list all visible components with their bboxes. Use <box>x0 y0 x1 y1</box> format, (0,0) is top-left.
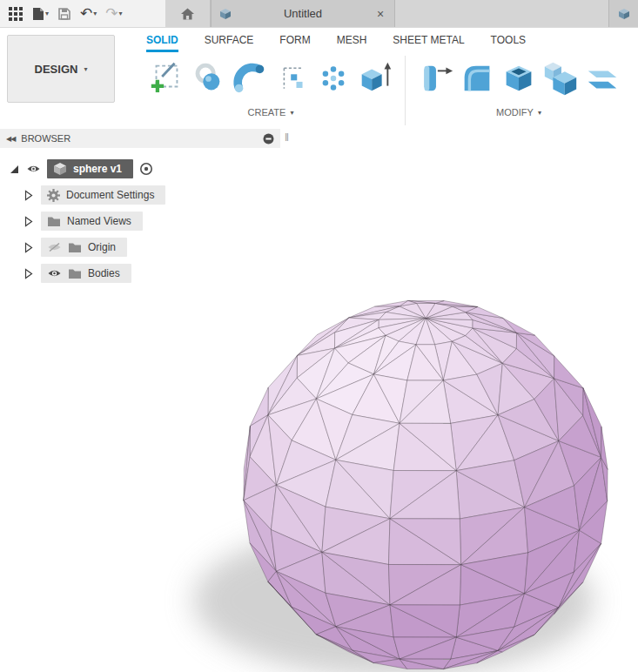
create-group-label[interactable]: CREATE ▾ <box>248 104 294 120</box>
browser-row-root[interactable]: sphere v1 <box>0 157 280 181</box>
offset-plates-icon[interactable] <box>582 55 622 102</box>
fillet-icon[interactable] <box>457 55 497 102</box>
browser-row-document-settings[interactable]: Document Settings <box>0 183 280 207</box>
home-tab[interactable] <box>165 0 211 27</box>
expanded-triangle-icon[interactable] <box>9 164 20 175</box>
collapsed-triangle-icon[interactable] <box>23 190 34 201</box>
home-icon <box>180 7 195 21</box>
browser-title: BROWSER <box>21 133 257 144</box>
fusion360-window: ▾ ↶ ▾ ↷ ▾ <box>0 0 638 672</box>
shell-icon[interactable] <box>499 55 539 102</box>
ribbon-main: SOLID SURFACE FORM MESH SHEET METAL TOOL… <box>146 28 638 129</box>
visibility-eye-icon[interactable] <box>26 164 41 174</box>
modify-group-icons <box>415 52 622 104</box>
browser-row-named-views[interactable]: Named Views <box>0 209 280 233</box>
document-tab-label: Untitled <box>238 7 368 20</box>
points-icon[interactable] <box>313 55 353 102</box>
undo-caret-icon: ▾ <box>93 10 97 17</box>
node-label: Document Settings <box>66 189 154 201</box>
ribbon-tab-bar: SOLID SURFACE FORM MESH SHEET METAL TOOL… <box>146 28 638 52</box>
visibility-eye-icon[interactable] <box>47 268 62 279</box>
create-group-icons <box>146 52 395 104</box>
node-chip[interactable]: Named Views <box>41 212 143 231</box>
undo-icon[interactable]: ↶ ▾ <box>78 3 98 25</box>
tab-solid[interactable]: SOLID <box>146 34 178 52</box>
ribbon-toolbar: DESIGN ▾ SOLID SURFACE FORM MESH SHEET M… <box>0 28 638 129</box>
save-icon[interactable] <box>56 3 73 25</box>
tab-mesh[interactable]: MESH <box>337 34 367 52</box>
ribbon-groups: CREATE ▾ <box>146 52 638 129</box>
tab-form[interactable]: FORM <box>279 34 310 52</box>
browser-tree: sphere v1 <box>0 148 280 286</box>
node-chip[interactable]: Document Settings <box>41 185 165 205</box>
node-chip[interactable]: Origin <box>41 238 127 257</box>
workspace-caret-icon: ▾ <box>84 65 87 73</box>
modify-group-label[interactable]: MODIFY ▾ <box>496 104 541 120</box>
browser-row-bodies[interactable]: Bodies <box>0 261 280 286</box>
folder-icon <box>68 242 82 253</box>
design-file-icon <box>218 7 232 21</box>
document-tab-untitled[interactable]: Untitled × <box>211 0 395 27</box>
combine-icon[interactable] <box>541 55 581 102</box>
folder-icon <box>47 216 61 227</box>
quick-access-toolbar: ▾ ↶ ▾ ↷ ▾ <box>0 0 165 27</box>
panel-resize-grip[interactable]: ‖ <box>285 131 289 144</box>
extrude-box-icon[interactable] <box>355 55 395 102</box>
browser-header: ◀◀ BROWSER <box>0 129 280 148</box>
workspace-selector-label: DESIGN <box>35 63 78 76</box>
node-label: Named Views <box>67 215 131 227</box>
hide-all-icon[interactable] <box>263 133 274 144</box>
root-node-label: sphere v1 <box>73 163 122 175</box>
application-bar: ▾ ↶ ▾ ↷ ▾ <box>0 0 638 28</box>
modify-group-caret-icon: ▾ <box>538 109 541 117</box>
design-file-icon <box>617 7 631 21</box>
app-grid-menu-icon[interactable] <box>7 3 24 25</box>
file-menu-caret-icon: ▾ <box>45 10 49 17</box>
visibility-eye-hidden-icon[interactable] <box>47 242 62 252</box>
press-pull-icon[interactable] <box>415 55 455 102</box>
node-label: Origin <box>88 241 116 253</box>
document-tab-strip: Untitled × <box>165 0 638 27</box>
gear-icon <box>47 189 60 202</box>
workspace-selector-button[interactable]: DESIGN ▾ <box>7 35 115 103</box>
group-divider <box>405 56 406 125</box>
tab-sheet-metal[interactable]: SHEET METAL <box>393 34 464 52</box>
component-cube-icon <box>53 162 67 176</box>
document-tab-partial[interactable] <box>608 0 638 27</box>
tab-surface[interactable]: SURFACE <box>205 34 254 52</box>
browser-panel: ◀◀ BROWSER <box>0 129 280 286</box>
create-sketch-icon[interactable] <box>146 55 186 102</box>
folder-icon <box>68 268 82 279</box>
sphere-mesh-body[interactable] <box>244 300 608 669</box>
file-menu-icon[interactable]: ▾ <box>30 3 50 25</box>
root-node-chip[interactable]: sphere v1 <box>47 159 133 178</box>
redo-caret-icon: ▾ <box>119 10 123 17</box>
node-label: Bodies <box>88 267 120 279</box>
create-group-caret-icon: ▾ <box>290 109 293 117</box>
modify-group: MODIFY ▾ <box>415 52 622 129</box>
sphere-primitive-icon[interactable] <box>188 55 228 102</box>
collapsed-triangle-icon[interactable] <box>23 268 34 279</box>
activate-component-radio-icon[interactable] <box>139 162 153 176</box>
pattern-icon[interactable] <box>272 55 312 102</box>
collapsed-triangle-icon[interactable] <box>23 242 34 253</box>
pipe-icon[interactable] <box>230 55 270 102</box>
tab-close-icon[interactable]: × <box>373 7 387 21</box>
collapse-panel-icon[interactable]: ◀◀ <box>6 135 15 143</box>
browser-row-origin[interactable]: Origin <box>0 235 280 259</box>
redo-icon[interactable]: ↷ ▾ <box>104 3 124 25</box>
tab-tools[interactable]: TOOLS <box>491 34 526 52</box>
collapsed-triangle-icon[interactable] <box>23 216 34 227</box>
node-chip[interactable]: Bodies <box>41 264 131 283</box>
tab-strip-spacer <box>395 0 608 27</box>
create-group: CREATE ▾ <box>146 52 395 129</box>
